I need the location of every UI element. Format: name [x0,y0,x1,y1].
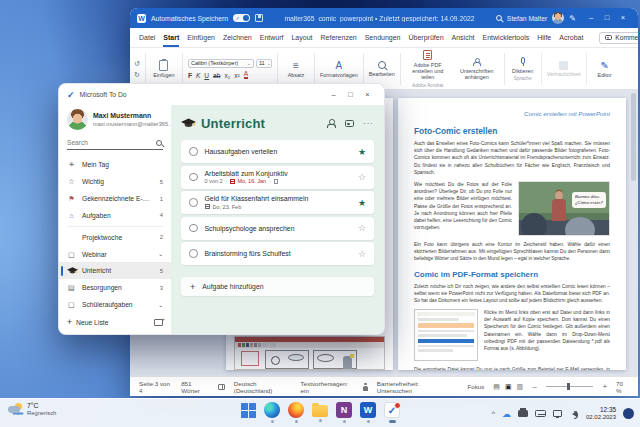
document-scrollbar[interactable] [631,93,636,373]
strikethrough-button[interactable]: ab [213,72,220,79]
comments-button[interactable]: Kommentare [599,32,638,44]
sidebar-item-wichtig[interactable]: ☆ Wichtig 5 [59,173,171,190]
scrollbar-thumb[interactable] [631,93,636,181]
editor-button[interactable]: ✎ Editor [592,50,618,88]
sensitivity-button[interactable]: Vertraulichkeit [547,50,581,88]
onedrive-icon[interactable]: ☁ [502,409,511,419]
clock[interactable]: 12:35 02.02.2023 [586,406,616,422]
undo-button[interactable]: ↺ [134,60,140,68]
volume-icon[interactable] [569,411,577,417]
sidebar-item-mein-tag[interactable]: ☀ Mein Tag [59,157,171,174]
subscript-button[interactable]: x₂ [224,72,230,79]
document-page-right[interactable]: Comic erstellen mit PowerPoint Foto-Comi… [398,98,626,370]
inking-pen-icon[interactable]: ✎ [569,14,576,23]
word-minimize-button[interactable]: – [583,8,599,28]
zoom-out-button[interactable]: – [532,383,536,391]
tab-ueberpruefen[interactable]: Überprüfen [409,28,444,47]
dictate-button[interactable]: Diktieren Sprache [510,50,536,88]
taskbar-edge[interactable] [264,402,280,423]
zoom-slider[interactable] [546,386,594,387]
account-button[interactable]: Maxi Mustermann maxi.mustermann@malter36… [59,106,171,135]
accessibility-check[interactable]: Barrierefreiheit: Untersuchen [377,380,450,394]
more-options-icon[interactable]: ··· [363,121,374,127]
weather-widget[interactable]: 7°C Regnerisch [8,402,56,416]
language-indicator[interactable]: Deutsch (Deutschland) [234,380,292,394]
star-icon[interactable]: ★ [358,147,366,157]
task-checkbox[interactable] [189,249,198,258]
notification-badge[interactable] [623,408,634,419]
taskbar-explorer[interactable] [312,402,328,423]
zoom-level[interactable]: 70 % [616,380,629,394]
task-row[interactable]: Arbeitsblatt zum Konjunktiv 0 von 2 · Mo… [181,166,374,189]
print-layout-icon[interactable]: ▣ [505,383,512,391]
star-icon[interactable]: ☆ [358,172,366,182]
sidebar-item-aufgaben[interactable]: ⌂ Aufgaben 4 [59,207,171,224]
tab-entwurf[interactable]: Entwurf [260,28,284,47]
network-icon[interactable] [553,410,562,417]
word-close-button[interactable]: × [615,8,631,28]
task-checkbox[interactable] [189,198,198,207]
focus-mode[interactable]: Fokus [467,383,484,390]
word-user-name[interactable]: Stefan Malter [507,15,547,22]
read-mode-icon[interactable]: ▤ [493,383,500,391]
task-row[interactable]: Schulpsychologe ansprechen ☆ [181,217,374,240]
italic-button[interactable]: K [196,72,200,79]
word-maximize-button[interactable]: □ [599,8,615,28]
add-task-button[interactable]: + Aufgabe hinzufügen [181,277,374,296]
tab-einfuegen[interactable]: Einfügen [187,28,215,47]
font-size-select[interactable]: 11 ⌄ [256,59,272,68]
tab-referenzen[interactable]: Referenzen [321,28,357,47]
todo-minimize-button[interactable]: – [325,84,342,105]
task-row[interactable]: Hausaufgaben verteilen ★ [181,140,374,163]
sidebar-item-unterricht[interactable]: Unterricht 5 [59,262,171,279]
page-indicator[interactable]: Seite 3 von 4 [139,380,172,394]
sidebar-item-besorgungen[interactable]: ▤ Besorgungen 3 [59,279,171,296]
theme-icon[interactable] [345,120,354,128]
zoom-slider-thumb[interactable] [567,383,570,390]
save-icon[interactable] [255,14,263,22]
tab-ansicht[interactable]: Ansicht [452,28,475,47]
new-list-button[interactable]: Neue Liste [76,319,109,326]
sidebar-item-webinar[interactable]: ▢ Webinar ⌄ [59,246,171,263]
sidebar-item-projektwoche[interactable]: Projektwoche 2 [59,229,171,246]
new-group-button[interactable] [154,319,163,326]
superscript-button[interactable]: x² [234,72,240,79]
search-icon[interactable] [156,140,162,146]
tab-sendungen[interactable]: Sendungen [365,28,401,47]
proofing-icon[interactable] [218,384,225,390]
search-input[interactable] [67,139,156,146]
star-icon[interactable]: ★ [358,198,366,208]
autosave-toggle[interactable] [233,14,250,22]
task-row[interactable]: Geld für Klassenfahrt einsammeln Do, 23.… [181,191,374,214]
tab-acrobat[interactable]: Acrobat [559,28,583,47]
word-user-avatar[interactable] [552,12,564,24]
tab-datei[interactable]: Datei [139,28,155,47]
tab-entwicklertools[interactable]: Entwicklertools [483,28,530,47]
adobe-pdf-button[interactable]: Adobe PDF erstellen und teilen Adobe Acr… [406,50,450,88]
document-title[interactable]: malter365_comic_powerpoint • Zuletzt ges… [268,15,491,22]
redo-button[interactable]: ↻ [134,71,140,79]
taskbar-word[interactable]: W [360,402,376,423]
sidebar-item-gekennzeichnete-email[interactable]: ⚑ Gekennzeichnete E-Mail 1 [59,190,171,207]
text-predictions[interactable]: Textvorhersagen: ein [301,380,354,394]
underline-button[interactable]: U [204,72,209,79]
zoom-in-button[interactable]: + [602,383,607,391]
font-color-button[interactable]: A [244,70,248,79]
taskbar-firefox[interactable] [288,402,304,423]
search-icon[interactable] [496,15,502,21]
start-button[interactable] [240,402,256,423]
sidebar-item-schueleraufgaben[interactable]: ▢ Schüleraufgaben ⌄ [59,296,171,313]
tray-expand-icon[interactable]: ^ [492,410,495,417]
star-icon[interactable]: ☆ [358,223,366,233]
task-checkbox[interactable] [189,173,198,182]
tab-hilfe[interactable]: Hilfe [537,28,551,47]
tab-zeichnen[interactable]: Zeichnen [223,28,252,47]
share-list-icon[interactable] [327,119,336,128]
printer-icon[interactable] [518,410,528,417]
tab-start[interactable]: Start [163,28,179,47]
task-checkbox[interactable] [189,147,198,156]
task-checkbox[interactable] [189,224,198,233]
todo-close-button[interactable]: × [359,84,376,105]
task-row[interactable]: Brainstorming fürs Schulfest ☆ [181,242,374,265]
bold-button[interactable]: F [188,72,192,79]
